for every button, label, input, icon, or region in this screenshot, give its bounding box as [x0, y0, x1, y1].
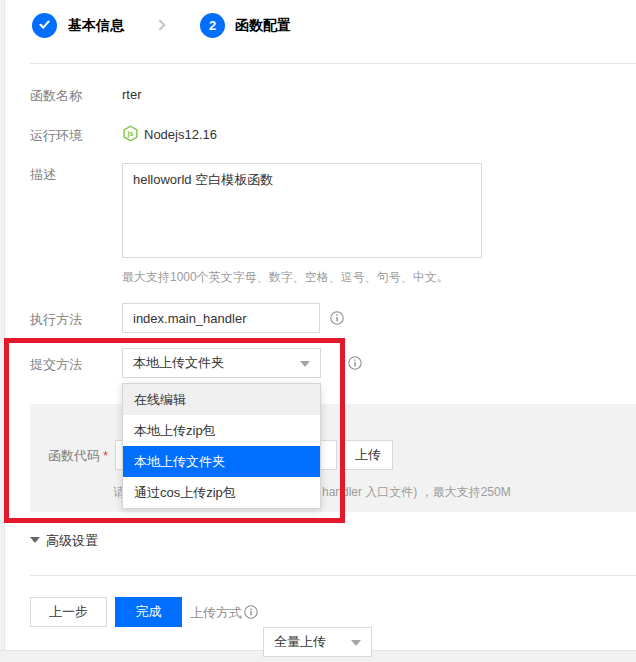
description-textarea[interactable]: helloworld 空白模板函数 [122, 163, 482, 258]
triangle-down-icon [30, 537, 40, 543]
submit-method-dropdown-menu: 在线编辑 本地上传zip包 本地上传文件夹 通过cos上传zip包 [122, 383, 321, 509]
advanced-settings-toggle[interactable]: 高级设置 [30, 532, 98, 550]
handler-label: 执行方法 [30, 311, 82, 329]
nodejs-icon: js [122, 125, 139, 142]
submit-method-label: 提交方法 [30, 356, 82, 374]
runtime-value: Nodejs12.16 [144, 127, 217, 142]
description-label: 描述 [30, 166, 56, 184]
submit-method-value: 本地上传文件夹 [133, 355, 224, 370]
menu-item-local-zip[interactable]: 本地上传zip包 [123, 415, 320, 446]
function-code-hint-right: handler 入口文件) ，最大支持250M [322, 484, 511, 501]
required-asterisk: * [103, 448, 108, 463]
description-hint: 最大支持1000个英文字母、数字、空格、逗号、句号、中文。 [122, 269, 449, 286]
svg-text:js: js [126, 129, 133, 138]
handler-info-icon[interactable] [330, 311, 344, 325]
submit-method-info-icon[interactable] [348, 356, 362, 370]
previous-step-button[interactable]: 上一步 [30, 597, 107, 627]
upload-mode-select[interactable]: 全量上传 [263, 627, 372, 657]
advanced-settings-label: 高级设置 [46, 533, 98, 548]
check-icon [38, 18, 51, 34]
step-1-circle [32, 13, 57, 38]
function-code-label: 函数代码* [48, 447, 108, 465]
step-2-label: 函数配置 [235, 13, 291, 38]
function-code-panel: 函数代码* 上传 请 handler 入口文件) ，最大支持250M [30, 404, 636, 512]
header-divider [30, 63, 636, 64]
function-name-value: rter [122, 87, 142, 102]
footer-divider [30, 575, 636, 576]
page-left-gutter [0, 0, 5, 662]
function-name-label: 函数名称 [30, 87, 82, 105]
step-2-number: 2 [209, 18, 216, 33]
upload-mode-value: 全量上传 [274, 634, 326, 649]
upload-mode-info-icon[interactable] [244, 605, 258, 619]
upload-button[interactable]: 上传 [343, 440, 393, 470]
chevron-right-icon [154, 19, 165, 30]
finish-button[interactable]: 完成 [115, 597, 182, 627]
step-1[interactable] [32, 13, 57, 38]
menu-item-online-edit[interactable]: 在线编辑 [123, 384, 320, 415]
upload-mode-label: 上传方式 [190, 604, 258, 622]
menu-item-cos-zip[interactable]: 通过cos上传zip包 [123, 477, 320, 508]
runtime-label: 运行环境 [30, 127, 82, 145]
handler-input[interactable] [122, 303, 320, 333]
step-1-label[interactable]: 基本信息 [68, 13, 124, 38]
submit-method-select[interactable]: 本地上传文件夹 [122, 348, 321, 378]
step-2-circle: 2 [200, 13, 225, 38]
caret-down-icon [300, 361, 310, 367]
caret-down-icon [351, 640, 361, 646]
menu-item-local-folder[interactable]: 本地上传文件夹 [123, 446, 320, 477]
